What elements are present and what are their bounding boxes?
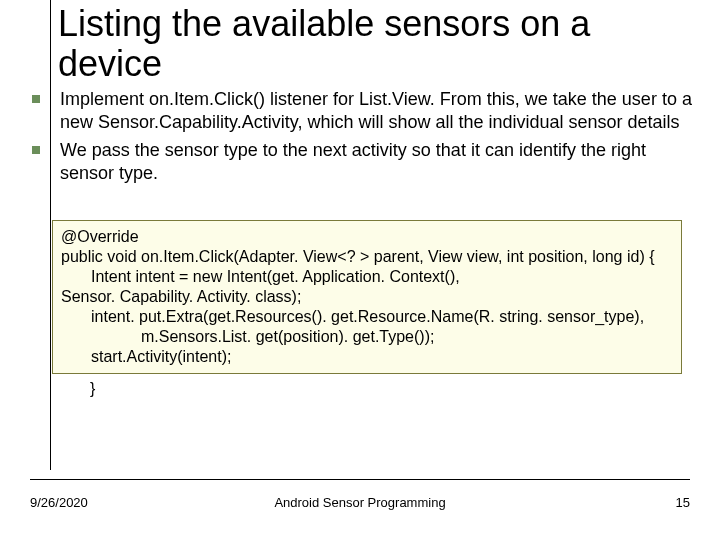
slide: Listing the available sensors on a devic… [0,0,720,540]
code-line: intent. put.Extra(get.Resources(). get.R… [61,307,673,327]
bullet-text: We pass the sensor type to the next acti… [60,140,646,183]
code-block: @Override public void on.Item.Click(Adap… [52,220,682,398]
code-line: Sensor. Capability. Activity. class); [61,287,673,307]
code-line: } [52,374,682,398]
footer: 9/26/2020 Android Sensor Programming 15 [30,495,690,510]
code-line: @Override [61,227,673,247]
code-line: public void on.Item.Click(Adapter. View<… [61,247,673,267]
page-number: 15 [676,495,690,510]
horizontal-rule [30,479,690,480]
footer-date: 9/26/2020 [30,495,88,510]
vertical-rule [50,0,51,470]
bullet-list: Implement on.Item.Click() listener for L… [30,88,700,190]
bullet-item: Implement on.Item.Click() listener for L… [30,88,700,133]
slide-title: Listing the available sensors on a devic… [58,4,700,83]
bullet-item: We pass the sensor type to the next acti… [30,139,700,184]
code-line: start.Activity(intent); [61,347,673,367]
code-line: m.Sensors.List. get(position). get.Type(… [61,327,673,347]
code-box-inner: @Override public void on.Item.Click(Adap… [52,220,682,374]
bullet-text: Implement on.Item.Click() listener for L… [60,89,692,132]
footer-title: Android Sensor Programming [30,495,690,510]
code-line: Intent intent = new Intent(get. Applicat… [61,267,673,287]
